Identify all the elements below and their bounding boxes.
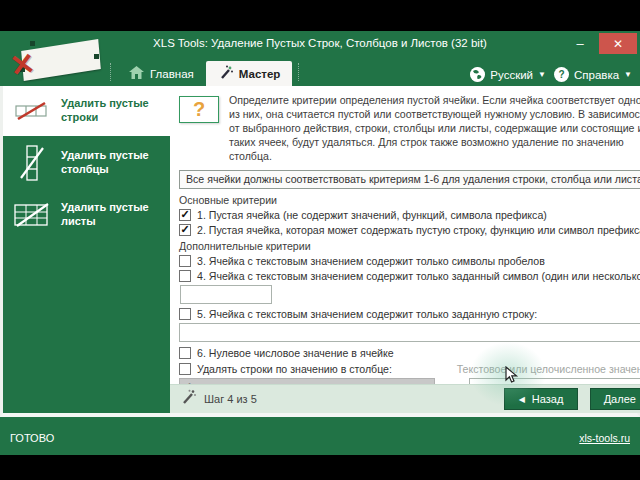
criterion-3-label: 3. Ячейка с текстовым значением содержит… bbox=[197, 255, 545, 267]
language-label: Русский bbox=[490, 69, 533, 81]
criterion-6-checkbox[interactable]: 6. Нулевое числовое значение в ячейке bbox=[179, 347, 640, 359]
criteria-mode-select[interactable]: Все ячейки должны соответствовать критер… bbox=[179, 170, 640, 189]
status-text: ГОТОВО bbox=[10, 432, 54, 444]
sidebar-item-delete-empty-sheets[interactable]: Удалить пустые листы bbox=[3, 190, 170, 240]
checkbox-icon[interactable] bbox=[179, 347, 191, 359]
globe-icon bbox=[470, 67, 485, 82]
string-input[interactable] bbox=[179, 323, 640, 342]
question-icon: ? bbox=[179, 96, 219, 123]
symbol-input[interactable] bbox=[180, 285, 272, 304]
back-button-label: Назад bbox=[532, 393, 564, 405]
tab-home-label: Главная bbox=[150, 68, 194, 80]
checkbox-icon[interactable] bbox=[179, 308, 191, 320]
help-label: Справка bbox=[574, 69, 619, 81]
sidebar-item-label: Удалить пустые столбцы bbox=[61, 149, 164, 177]
criterion-2-label: 2. Пустая ячейка, которая может содержат… bbox=[197, 224, 640, 236]
wand-icon bbox=[180, 389, 196, 409]
criterion-2-checkbox[interactable]: 2. Пустая ячейка, которая может содержат… bbox=[179, 224, 640, 236]
criterion-4-checkbox[interactable]: 4. Ячейка с текстовым значением содержит… bbox=[179, 270, 640, 282]
criterion-5-label: 5. Ячейка с текстовым значением содержит… bbox=[197, 308, 537, 320]
separator bbox=[298, 63, 299, 81]
sidebar-item-label: Удалить пустые строки bbox=[61, 97, 164, 125]
help-menu[interactable]: ? Справка ▼ bbox=[554, 67, 632, 82]
wand-icon bbox=[218, 65, 233, 82]
chevron-down-icon: ▼ bbox=[538, 70, 546, 79]
intro-text: Определите критерии определения пустой я… bbox=[229, 94, 640, 164]
sidebar-item-delete-empty-columns[interactable]: Удалить пустые столбцы bbox=[3, 136, 170, 190]
checkbox-icon[interactable] bbox=[179, 209, 191, 221]
checkbox-icon[interactable] bbox=[179, 363, 191, 375]
delete-by-column-label: Удалять строки по значению в столбце: bbox=[197, 363, 392, 375]
criterion-6-label: 6. Нулевое числовое значение в ячейке bbox=[197, 347, 394, 359]
wizard-footer: Шаг 4 из 5 ◀ Назад Далее ▶ bbox=[170, 384, 640, 413]
criterion-5-checkbox[interactable]: 5. Ячейка с текстовым значением содержит… bbox=[179, 308, 640, 320]
wizard-content: ? Определите критерии определения пустой… bbox=[170, 86, 640, 384]
step-indicator: Шаг 4 из 5 bbox=[204, 393, 496, 405]
sidebar-item-label: Удалить пустые листы bbox=[61, 201, 164, 229]
sidebar: Удалить пустые строки Удалить пустые сто… bbox=[3, 86, 170, 413]
website-link[interactable]: xls-tools.ru bbox=[579, 432, 630, 444]
group-additional-label: Дополнительные критерии bbox=[179, 240, 640, 252]
sidebar-item-delete-empty-rows[interactable]: Удалить пустые строки bbox=[3, 86, 170, 136]
home-icon bbox=[129, 66, 144, 81]
chevron-down-icon: ▼ bbox=[624, 70, 632, 79]
next-button-label: Далее bbox=[604, 393, 636, 405]
status-bar: ГОТОВО xls-tools.ru bbox=[0, 421, 640, 455]
separator bbox=[110, 63, 111, 81]
help-icon: ? bbox=[554, 67, 569, 82]
tab-home[interactable]: Главная bbox=[117, 61, 206, 86]
criterion-3-checkbox[interactable]: 3. Ячейка с текстовым значением содержит… bbox=[179, 255, 640, 267]
language-selector[interactable]: Русский ▼ bbox=[470, 67, 546, 82]
delete-by-column-checkbox[interactable]: Удалять строки по значению в столбце: bbox=[179, 363, 392, 375]
group-basic-label: Основные критерии bbox=[179, 194, 640, 206]
delete-rows-icon bbox=[13, 101, 51, 121]
next-button[interactable]: Далее ▶ bbox=[590, 388, 640, 410]
red-x-icon: ✕ bbox=[8, 48, 37, 81]
checkbox-icon[interactable] bbox=[179, 224, 191, 236]
arrow-left-icon: ◀ bbox=[519, 395, 525, 404]
tab-wizard[interactable]: Мастер bbox=[206, 61, 293, 86]
tab-wizard-label: Мастер bbox=[239, 68, 281, 80]
delete-columns-icon bbox=[13, 144, 51, 182]
checkbox-icon[interactable] bbox=[179, 255, 191, 267]
criterion-1-checkbox[interactable]: 1. Пустая ячейка (не содержит значений, … bbox=[179, 209, 640, 221]
value-hint-label: Текстовое или целочисленное значение: bbox=[457, 363, 640, 375]
checkbox-icon[interactable] bbox=[179, 270, 191, 282]
criteria-mode-value: Все ячейки должны соответствовать критер… bbox=[186, 173, 640, 185]
criterion-1-label: 1. Пустая ячейка (не содержит значений, … bbox=[197, 209, 547, 221]
criterion-4-label: 4. Ячейка с текстовым значением содержит… bbox=[197, 270, 640, 282]
back-button[interactable]: ◀ Назад bbox=[504, 388, 579, 410]
app-window: ✕ XLS Tools: Удаление Пустых Строк, Стол… bbox=[0, 31, 640, 421]
xls-tools-logo-icon: ✕ bbox=[8, 36, 104, 88]
delete-sheets-icon bbox=[13, 202, 51, 228]
